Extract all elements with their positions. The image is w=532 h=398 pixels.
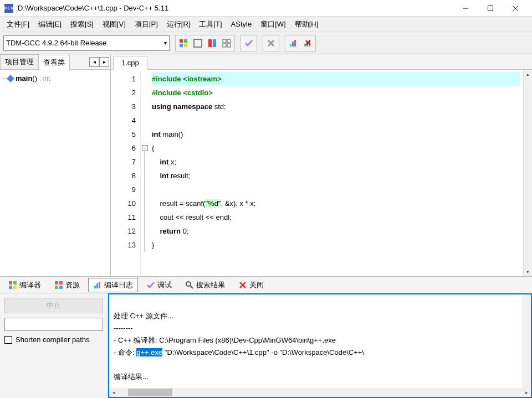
checkbox-icon[interactable]	[4, 336, 12, 344]
log-line: 编译结果...	[114, 371, 526, 383]
tree-item-name: main()	[16, 74, 37, 82]
compiler-select[interactable]: TDM-GCC 4.9.2 64-bit Release ▾	[3, 35, 170, 51]
filter-input[interactable]	[4, 318, 103, 331]
chart-icon[interactable]	[287, 37, 300, 50]
code-line[interactable]: #include <cstdio>	[152, 86, 520, 100]
log-scroll-x[interactable]: ◂ ▸	[109, 388, 531, 397]
bottom-tab-debug[interactable]: 调试	[141, 278, 177, 292]
bottom-tab-label: 资源	[65, 280, 80, 290]
tree-item-return: : int	[39, 75, 50, 82]
svg-rect-7	[184, 44, 187, 47]
menu-item[interactable]: 项目[P]	[130, 17, 162, 32]
log-line	[114, 359, 526, 371]
menu-item[interactable]: 视图[V]	[98, 17, 130, 32]
menu-item[interactable]: 工具[T]	[195, 17, 226, 32]
svg-rect-30	[96, 283, 98, 288]
menu-item[interactable]: AStyle	[227, 18, 257, 30]
compiler-icon	[8, 281, 17, 290]
svg-point-32	[186, 282, 191, 286]
code-line[interactable]	[152, 113, 520, 127]
menu-item[interactable]: 窗口[W]	[256, 17, 290, 32]
layout-4color-icon[interactable]	[177, 37, 190, 50]
x-grey-icon[interactable]	[264, 37, 278, 50]
code-line[interactable]: return 0;	[152, 224, 520, 238]
menu-item[interactable]: 运行[R]	[162, 17, 195, 32]
sidebar-nav-right[interactable]: ▸	[99, 57, 109, 67]
svg-rect-13	[223, 44, 226, 47]
bottom-tab-compiler[interactable]: 编译器	[3, 278, 46, 292]
resource-icon	[54, 281, 63, 290]
tool-group-x	[263, 35, 279, 51]
menu-item[interactable]: 搜索[S]	[66, 17, 98, 32]
tree-item-main[interactable]: ┈ main() : int	[2, 73, 108, 84]
code-line[interactable]: cout << result << endl;	[152, 210, 520, 224]
svg-rect-29	[94, 286, 96, 288]
fold-toggle[interactable]: −	[142, 145, 148, 151]
sidebar-nav-left[interactable]: ◂	[89, 57, 99, 67]
tool-group-chart	[285, 35, 316, 51]
layout-2pane-icon[interactable]	[206, 37, 219, 50]
svg-rect-14	[227, 44, 231, 47]
svg-rect-11	[223, 39, 226, 43]
code-line[interactable]: using namespace std;	[152, 100, 520, 113]
close-button[interactable]	[503, 1, 528, 16]
check-icon[interactable]	[242, 37, 255, 50]
abort-button[interactable]: 中止	[4, 298, 103, 313]
bottom-tab-label: 调试	[157, 280, 172, 290]
layout-single-icon[interactable]	[191, 37, 204, 50]
code-line[interactable]	[152, 183, 520, 197]
bottom-tab-resource[interactable]: 资源	[49, 278, 85, 292]
close-icon	[238, 281, 247, 290]
menu-item[interactable]: 文件[F]	[2, 17, 34, 32]
code-line[interactable]: result = scanf("%d", &x), x * x;	[152, 197, 520, 210]
bottom-tab-log[interactable]: 编译日志	[88, 278, 138, 292]
svg-rect-24	[13, 286, 17, 289]
tool-group-layout	[175, 35, 235, 51]
sidebar-tab-classview[interactable]: 查看类	[38, 55, 70, 70]
code-line[interactable]: #include <iostream>	[152, 72, 520, 86]
debug-icon	[146, 281, 155, 290]
shorten-paths-row[interactable]: Shorten compiler paths	[4, 335, 103, 344]
bottom-tabs: 编译器资源编译日志调试搜索结果关闭	[0, 277, 532, 293]
compile-log[interactable]: 处理 C++ 源文件...--------- C++ 编译器: C:\Progr…	[108, 293, 532, 398]
svg-rect-4	[180, 39, 183, 43]
menu-item[interactable]: 帮助[H]	[290, 17, 323, 32]
menu-item[interactable]: 编辑[E]	[34, 17, 66, 32]
svg-rect-27	[55, 286, 58, 289]
minimize-button[interactable]	[453, 1, 478, 16]
code-line[interactable]: }	[152, 238, 520, 252]
scroll-up-icon[interactable]: ▴	[524, 70, 532, 79]
svg-rect-21	[9, 281, 12, 285]
editor-tabs: 1.cpp	[111, 54, 532, 70]
code-editor[interactable]: 12345678910111213 − #include <iostream>#…	[111, 70, 532, 276]
code-line[interactable]: int x;	[152, 155, 520, 169]
bottom-tab-search-res[interactable]: 搜索结果	[180, 278, 230, 292]
editor-tab-1cpp[interactable]: 1.cpp	[113, 56, 147, 70]
svg-rect-9	[208, 39, 212, 47]
log-scroll-y[interactable]	[522, 294, 531, 388]
svg-rect-1	[488, 6, 493, 11]
bottom-tab-close[interactable]: 关闭	[233, 278, 269, 292]
chart-x-icon[interactable]	[301, 37, 314, 50]
main-area: 项目管理 查看类 ◂ ▸ ┈ main() : int 1.cpp 123456…	[0, 54, 532, 276]
svg-rect-17	[294, 40, 296, 46]
svg-rect-18	[304, 44, 306, 46]
code-line[interactable]: int result;	[152, 169, 520, 183]
class-tree[interactable]: ┈ main() : int	[0, 70, 110, 276]
log-icon	[93, 281, 102, 290]
svg-rect-25	[55, 281, 58, 285]
maximize-button[interactable]	[478, 1, 503, 16]
bottom-left-controls: 中止 Shorten compiler paths	[0, 293, 108, 398]
svg-rect-12	[227, 39, 231, 43]
editor-scrollbar[interactable]: ▴ ▾	[523, 70, 532, 276]
sidebar: 项目管理 查看类 ◂ ▸ ┈ main() : int	[0, 54, 111, 276]
log-line: - 命令: g++.exe "D:\Workspace\Code\C++\1.c…	[114, 347, 526, 359]
sidebar-tab-project[interactable]: 项目管理	[0, 54, 39, 70]
layout-grid-icon[interactable]	[220, 37, 233, 50]
code-line[interactable]: {	[152, 141, 520, 155]
code-line[interactable]: int main()	[152, 127, 520, 141]
scroll-down-icon[interactable]: ▾	[524, 267, 532, 276]
code-area[interactable]: #include <iostream>#include <cstdio>usin…	[149, 70, 523, 276]
sidebar-tabs: 项目管理 查看类 ◂ ▸	[0, 54, 110, 70]
bottom-tab-label: 编译器	[19, 280, 41, 290]
